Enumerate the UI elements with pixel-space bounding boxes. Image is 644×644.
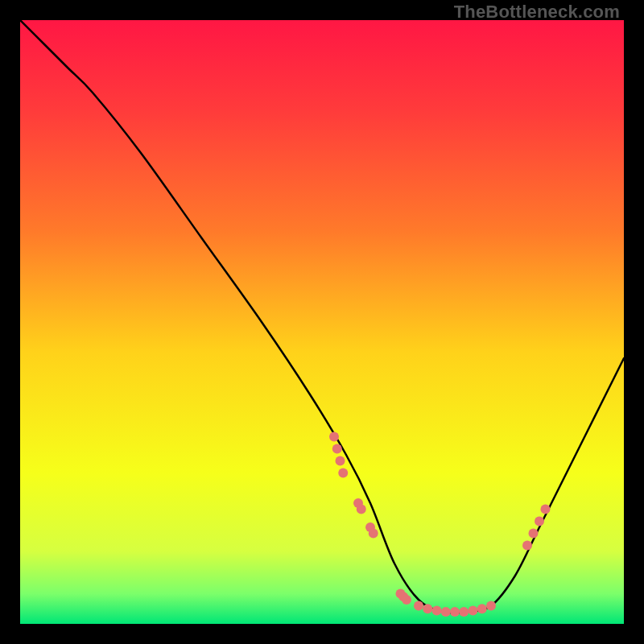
data-marker (402, 595, 411, 605)
data-marker (450, 607, 460, 617)
data-marker (441, 607, 451, 617)
data-marker (336, 456, 345, 466)
data-marker (369, 529, 378, 539)
chart-svg (20, 20, 624, 624)
data-marker (332, 444, 342, 454)
data-marker (459, 607, 469, 617)
data-marker (357, 505, 366, 514)
data-marker (477, 604, 487, 613)
chart-area (20, 20, 624, 624)
data-marker (423, 604, 432, 613)
data-marker (414, 601, 423, 611)
data-marker (541, 505, 551, 514)
data-marker (432, 606, 442, 616)
data-marker (522, 541, 532, 551)
data-marker (535, 517, 544, 526)
data-marker (529, 529, 539, 539)
data-marker (469, 606, 478, 616)
data-marker (486, 601, 496, 611)
data-marker (329, 432, 339, 442)
data-marker (338, 469, 348, 478)
